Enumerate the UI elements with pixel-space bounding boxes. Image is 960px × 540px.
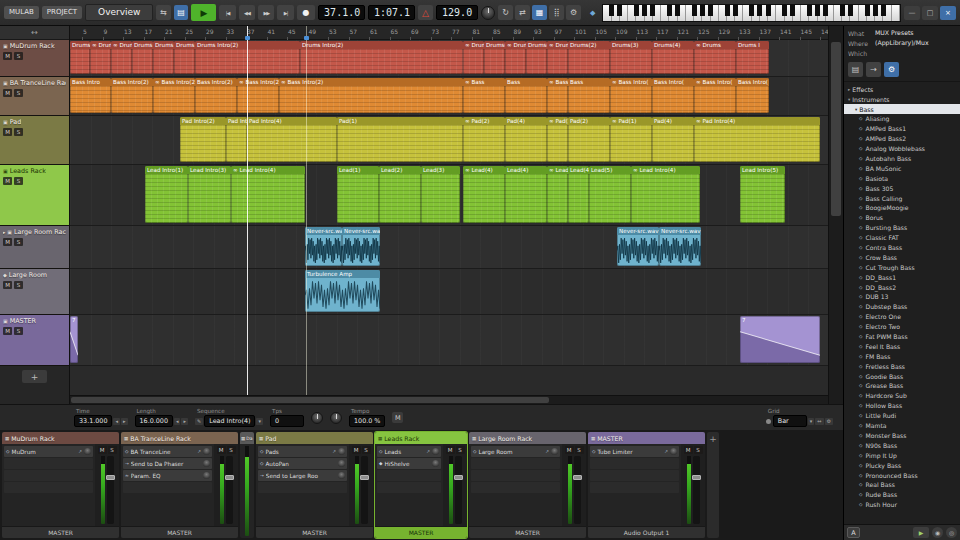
clip[interactable]: Pad Intro(2) — [180, 117, 226, 162]
timeline-marker[interactable] — [245, 36, 250, 40]
mute-button[interactable]: M — [3, 128, 12, 136]
clip[interactable]: Lead Intro(5) — [740, 166, 785, 223]
list-view-icon[interactable]: ▤ — [174, 5, 188, 20]
clip[interactable]: Drums Intro — [153, 41, 174, 74]
close-button[interactable]: × — [940, 6, 956, 20]
preset-item[interactable]: ◇Grease Bass — [844, 381, 960, 391]
track-header[interactable]: ◆Large RoomMS — [0, 269, 69, 315]
mixer-view-icon[interactable]: ▦ — [532, 5, 547, 20]
play-button[interactable]: ▶ — [191, 4, 216, 21]
clip[interactable]: ∞ Lead(4) — [547, 166, 568, 223]
clip[interactable]: Bass — [568, 78, 610, 113]
tree-arrow-icon[interactable]: ▾ — [855, 107, 857, 112]
arrangement-lane[interactable]: Drums∞ Drums 1∞ Drums IntroDrums Intro 2… — [70, 40, 828, 77]
clip[interactable]: ∞ Bass Intro(2) — [237, 78, 279, 113]
clip[interactable]: Never-src.wav — [617, 227, 659, 266]
folder-icon[interactable]: ▤ — [848, 62, 863, 77]
arrangement-area[interactable]: 5913172125293337414549535761656973778185… — [70, 26, 828, 404]
solo-button[interactable]: S — [227, 446, 236, 454]
mute-button[interactable]: M — [3, 327, 12, 335]
piano-key-black[interactable] — [865, 5, 870, 16]
preset-item[interactable]: ◇Plucky Bass — [844, 460, 960, 470]
tree-arrow-icon[interactable]: ▸ — [848, 87, 850, 92]
mute-button[interactable]: M — [565, 446, 574, 454]
dropdown-icon[interactable]: ▾ — [256, 418, 263, 425]
preset-item[interactable]: ◇Borus — [844, 213, 960, 223]
browser-tree[interactable]: ▸Effects▾Instruments▾Bass◇Aliasing◇AMPed… — [844, 82, 960, 524]
clip[interactable]: Bass Intro(2) — [195, 78, 237, 113]
solo-button[interactable]: S — [362, 446, 371, 454]
empty-device-slot[interactable] — [4, 482, 93, 493]
preset-item[interactable]: ◇DD_Bass2 — [844, 282, 960, 292]
clip[interactable]: Lead(4) — [505, 166, 547, 223]
piano-key-black[interactable] — [815, 5, 820, 16]
track-header[interactable]: ▣Leads RackMS — [0, 165, 69, 226]
preset-item[interactable]: ◇Cut Trough Bass — [844, 262, 960, 272]
project-menu-button[interactable]: PROJECT — [42, 6, 82, 19]
maximize-button[interactable]: □ — [922, 6, 938, 20]
time-value[interactable]: 33.1.000 — [74, 415, 112, 427]
clip[interactable]: Drums Intro(2) — [300, 41, 463, 74]
clip[interactable]: Lead(2) — [379, 166, 421, 223]
timeline-marker[interactable] — [304, 36, 309, 40]
mixer-strip[interactable]: ▦Da — [240, 432, 254, 538]
preset-item[interactable]: ◇Bass Calling — [844, 193, 960, 203]
fast-forward-button[interactable]: ▶▶ — [258, 5, 274, 20]
preset-item[interactable]: ◇N90s Bass — [844, 440, 960, 450]
preset-item[interactable]: ◇Feel It Bass — [844, 341, 960, 351]
clip[interactable]: ∞ Bass Intro( — [610, 78, 652, 113]
piano-key-black[interactable] — [692, 5, 697, 16]
clip[interactable]: Lead(5) — [589, 166, 631, 223]
preset-item[interactable]: ◇Mamta — [844, 421, 960, 431]
go-to-start-button[interactable]: |◀ — [219, 5, 235, 20]
preset-item[interactable]: ◇Hardcore Sub — [844, 391, 960, 401]
browser-field-value[interactable]: MUX Presets — [875, 29, 956, 37]
mixer-strip[interactable]: ▦BA TranceLine Rack◇BA TranceLine↗→Send … — [121, 432, 238, 538]
preset-item[interactable]: ◇FM Bass — [844, 351, 960, 361]
empty-device-slot[interactable] — [123, 482, 212, 493]
preset-item[interactable]: ◇Electro Two — [844, 322, 960, 332]
tree-item[interactable]: ▾Instruments — [844, 94, 960, 104]
empty-device-slot[interactable] — [377, 482, 441, 493]
solo-button[interactable]: S — [14, 281, 23, 289]
preset-item[interactable]: ◇Pimp It Up — [844, 450, 960, 460]
piano-key-black[interactable] — [733, 5, 738, 16]
strip-output[interactable]: MASTER — [469, 526, 586, 538]
clip[interactable]: Lead(1) — [337, 166, 379, 223]
strip-output[interactable]: MASTER — [121, 526, 238, 538]
preset-item[interactable]: ◇Rude Bass — [844, 490, 960, 500]
go-to-end-button[interactable]: ▶| — [277, 5, 293, 20]
strip-output[interactable]: Audio Output 1 — [588, 526, 705, 538]
strip-header[interactable]: ▦Pad — [256, 432, 373, 444]
edit-pencil-icon[interactable]: ✎ — [195, 418, 203, 425]
clip[interactable]: ∞ Drums(1) — [463, 41, 484, 74]
volume-fader[interactable] — [574, 456, 581, 524]
empty-device-slot[interactable] — [377, 470, 441, 481]
fader-handle[interactable] — [225, 475, 234, 480]
mixer-strip[interactable]: ▦Leads Rack◇Leads↗◆HiShelveMSMASTER — [375, 432, 467, 538]
clip[interactable]: Pad(4) — [505, 117, 547, 162]
clip[interactable]: Drums(3) — [610, 41, 652, 74]
time-display[interactable]: 1:07.1 — [368, 5, 415, 20]
mute-button[interactable]: M — [217, 446, 226, 454]
clip[interactable]: Lead(3) — [421, 166, 460, 223]
device-knob[interactable] — [84, 448, 91, 455]
piano-keyboard[interactable] — [602, 4, 901, 22]
piano-key-black[interactable] — [675, 5, 680, 16]
preset-item[interactable]: ◇Fat PWM Bass — [844, 332, 960, 342]
zoom-icon[interactable]: ↔ — [815, 418, 823, 425]
arrangement-lane[interactable]: Turbulence Amp — [70, 269, 828, 315]
piano-key-black[interactable] — [757, 5, 762, 16]
preset-item[interactable]: ◇Bass 305 — [844, 183, 960, 193]
piano-key-black[interactable] — [725, 5, 730, 16]
preset-item[interactable]: ◇Autobahn Bass — [844, 154, 960, 164]
preset-item[interactable]: ◇BA MuSonic — [844, 163, 960, 173]
mute-button[interactable]: M — [3, 177, 12, 185]
clip[interactable]: Lead(4) — [568, 166, 589, 223]
add-track-button[interactable]: + — [22, 370, 47, 383]
solo-button[interactable]: S — [694, 446, 703, 454]
device-slot[interactable]: →Send to Da Phaser — [123, 458, 212, 469]
browser-field-value[interactable]: (AppLibrary)/Mux — [875, 39, 956, 47]
piano-key-white[interactable] — [892, 5, 900, 21]
dropdown-icon[interactable]: ▾ — [808, 418, 815, 425]
